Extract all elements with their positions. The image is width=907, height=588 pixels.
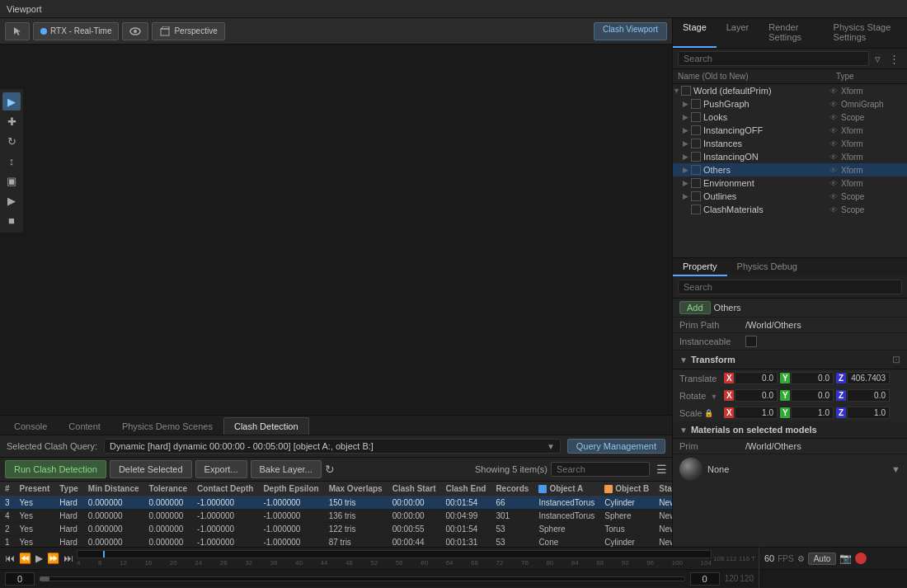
tab-console[interactable]: Console xyxy=(3,417,58,435)
delete-selected-btn[interactable]: Delete Selected xyxy=(110,460,192,478)
clash-viewport-btn[interactable]: Clash Viewport xyxy=(594,22,667,40)
query-management-btn[interactable]: Query Management xyxy=(567,439,665,454)
col-present[interactable]: Present xyxy=(15,482,55,496)
tree-checkbox[interactable] xyxy=(691,178,701,188)
timeline-track[interactable]: 4812162024283236404448525660646872768084… xyxy=(77,550,712,567)
play-btn[interactable]: ▶ xyxy=(34,553,45,564)
tree-item[interactable]: ▶ Looks 👁 Scope xyxy=(673,111,907,124)
scale-tool-btn[interactable]: ↕ xyxy=(2,152,21,170)
tree-eye-icon[interactable]: 👁 xyxy=(829,153,838,162)
rotate-y-input[interactable] xyxy=(791,389,834,402)
scrubber-handle[interactable] xyxy=(40,576,49,581)
fps-settings-icon[interactable]: ⚙ xyxy=(797,554,805,563)
record-btn[interactable] xyxy=(855,553,867,564)
materials-section-header[interactable]: ▼ Materials on selected models xyxy=(673,421,907,439)
clash-menu-icon[interactable]: ☰ xyxy=(656,463,667,476)
stage-tab-layer[interactable]: Layer xyxy=(717,18,759,48)
prop-tab-physics[interactable]: Physics Debug xyxy=(727,258,807,276)
prop-tab-property[interactable]: Property xyxy=(673,258,727,276)
end-frame-input[interactable] xyxy=(690,572,720,586)
col-contact[interactable]: Contact Depth xyxy=(192,482,258,496)
stage-filter-btn[interactable]: ▿ xyxy=(872,53,883,65)
tree-item[interactable]: ▼ World (defaultPrim) 👁 Xform xyxy=(673,84,907,97)
next-frame-btn[interactable]: ⏩ xyxy=(45,553,61,564)
tree-view[interactable]: ▼ World (defaultPrim) 👁 Xform ▶ PushGrap… xyxy=(673,84,907,257)
export-btn[interactable]: Export... xyxy=(195,460,247,478)
tree-item[interactable]: ▶ InstancingON 👁 Xform xyxy=(673,150,907,163)
col-type[interactable]: Type xyxy=(54,482,83,496)
col-obj-b[interactable]: Object B xyxy=(599,482,654,496)
tree-item[interactable]: ▶ Environment 👁 Xform xyxy=(673,176,907,190)
tree-eye-icon[interactable]: 👁 xyxy=(829,205,838,214)
tree-eye-icon[interactable]: 👁 xyxy=(829,100,838,109)
start-frame-input[interactable] xyxy=(5,572,35,586)
col-records[interactable]: Records xyxy=(491,482,533,496)
col-max-ov[interactable]: Max Overlaps xyxy=(324,482,388,496)
stage-search-input[interactable] xyxy=(678,51,869,66)
tree-eye-icon[interactable]: 👁 xyxy=(829,126,838,135)
tree-checkbox[interactable] xyxy=(691,152,701,162)
tree-checkbox[interactable] xyxy=(691,139,701,148)
tree-item[interactable]: ClashMaterials 👁 Scope xyxy=(673,203,907,216)
table-row[interactable]: 2 Yes Hard 0.000000 0.000000 -1.000000 -… xyxy=(0,523,672,536)
tree-eye-icon[interactable]: 👁 xyxy=(829,166,838,175)
snap-btn[interactable]: ■ xyxy=(2,211,21,229)
tree-eye-icon[interactable]: 👁 xyxy=(829,87,838,96)
camera-tool-btn[interactable]: ▶ xyxy=(2,191,21,209)
query-value-display[interactable]: Dynamic [hard] dynamic 00:00:00 - 00:05:… xyxy=(104,439,561,454)
stage-tab-stage[interactable]: Stage xyxy=(673,18,717,48)
eye-btn[interactable] xyxy=(122,22,148,40)
prop-search-input[interactable] xyxy=(678,280,902,294)
col-clash-end[interactable]: Clash End xyxy=(440,482,491,496)
scale-z-input[interactable] xyxy=(847,407,890,419)
tree-checkbox[interactable] xyxy=(691,99,701,109)
tree-checkbox[interactable] xyxy=(691,191,701,201)
jump-start-btn[interactable]: ⏮ xyxy=(3,553,16,564)
col-tolerance[interactable]: Tolerance xyxy=(144,482,193,496)
tree-eye-icon[interactable]: 👁 xyxy=(829,192,838,201)
tree-item[interactable]: ▶ InstancingOFF 👁 Xform xyxy=(673,124,907,137)
col-state[interactable]: State xyxy=(654,482,672,496)
scale-x-input[interactable] xyxy=(735,407,778,419)
col-clash-start[interactable]: Clash Start xyxy=(388,482,441,496)
instanceable-checkbox[interactable] xyxy=(745,336,757,347)
tree-checkbox[interactable] xyxy=(681,86,691,96)
tree-item[interactable]: ▶ Outlines 👁 Scope xyxy=(673,190,907,203)
move-tool-btn[interactable]: ✚ xyxy=(2,112,21,130)
col-min-dist[interactable]: Min Distance xyxy=(83,482,144,496)
clash-search-input[interactable] xyxy=(551,462,650,477)
scale-y-input[interactable] xyxy=(791,407,834,419)
prop-add-btn[interactable]: Add xyxy=(679,301,711,314)
tree-checkbox[interactable] xyxy=(691,125,701,135)
jump-end-btn[interactable]: ⏭ xyxy=(62,553,75,564)
stage-menu-btn[interactable]: ⋮ xyxy=(886,53,902,65)
col-obj-a[interactable]: Object A xyxy=(533,482,599,496)
perspective-btn[interactable]: Perspective xyxy=(152,22,224,40)
tab-physics-demo[interactable]: Physics Demo Scenes xyxy=(111,417,223,435)
auto-btn[interactable]: Auto xyxy=(808,553,837,565)
tab-content[interactable]: Content xyxy=(58,417,111,435)
rtx-realtime-btn[interactable]: RTX - Real-Time xyxy=(33,22,119,40)
bake-layer-btn[interactable]: Bake Layer... xyxy=(251,460,322,478)
playback-scrubber[interactable] xyxy=(40,576,685,581)
stage-tab-render[interactable]: Render Settings xyxy=(759,18,823,48)
tree-item[interactable]: ▶ PushGraph 👁 OmniGraph xyxy=(673,97,907,111)
tree-item[interactable]: ▶ Instances 👁 Xform xyxy=(673,137,907,150)
universal-tool-btn[interactable]: ▣ xyxy=(2,172,21,190)
translate-x-input[interactable] xyxy=(735,372,778,384)
translate-y-input[interactable] xyxy=(791,372,834,384)
prev-frame-btn[interactable]: ⏪ xyxy=(17,553,33,564)
table-row[interactable]: 4 Yes Hard 0.000000 0.000000 -1.000000 -… xyxy=(0,510,672,523)
rotate-x-input[interactable] xyxy=(735,389,778,402)
rotate-z-input[interactable] xyxy=(847,389,890,402)
translate-z-input[interactable] xyxy=(847,372,890,384)
table-row[interactable]: 3 Yes Hard 0.000000 0.000000 -1.000000 -… xyxy=(0,496,672,510)
refresh-icon[interactable]: ↻ xyxy=(325,463,335,476)
col-depth-ep[interactable]: Depth Epsilon xyxy=(258,482,323,496)
rotate-tool-btn[interactable]: ↻ xyxy=(2,132,21,150)
tree-checkbox[interactable] xyxy=(691,205,701,214)
tab-clash-detection[interactable]: Clash Detection xyxy=(223,417,309,435)
select-tool-btn[interactable] xyxy=(5,22,30,40)
run-clash-detection-btn[interactable]: Run Clash Detection xyxy=(5,460,106,478)
tree-eye-icon[interactable]: 👁 xyxy=(829,179,838,188)
